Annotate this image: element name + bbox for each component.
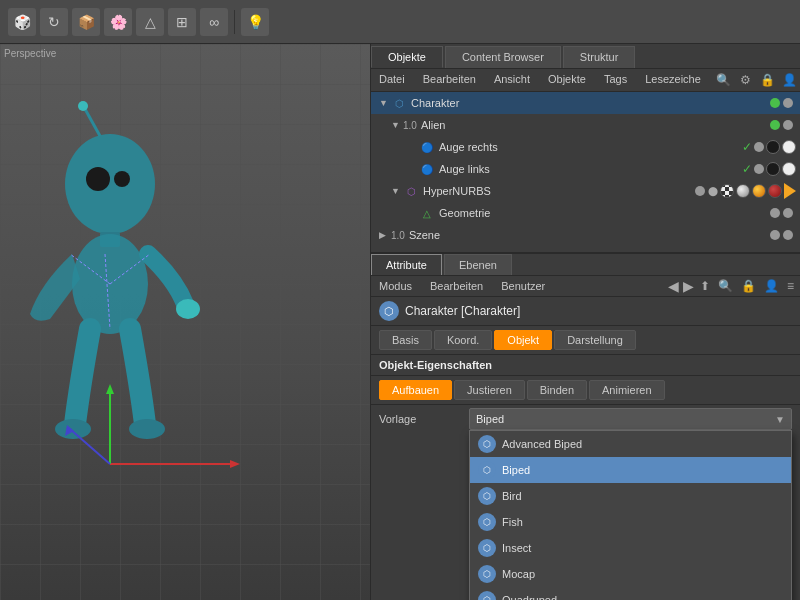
toolbar-light-icon[interactable]: 💡: [241, 8, 269, 36]
dropdown-item-label: Fish: [502, 516, 523, 528]
back-icon[interactable]: ◀: [668, 278, 679, 294]
dropdown-item-label: Quadruped: [502, 594, 557, 600]
tab-objekt[interactable]: Objekt: [494, 330, 552, 350]
toolbar-flower-icon[interactable]: 🌸: [104, 8, 132, 36]
menu-benutzer[interactable]: Benutzer: [497, 278, 549, 294]
expand-arrow[interactable]: ▼: [391, 120, 403, 130]
search-icon[interactable]: 🔍: [715, 71, 733, 89]
quadruped-icon: ⬡: [478, 591, 496, 600]
menu-objekte[interactable]: Objekte: [544, 71, 590, 89]
status-render[interactable]: [783, 230, 793, 240]
material-shiny: [736, 184, 750, 198]
main-layout: Perspective Objekte Content Browser Stru…: [0, 44, 800, 600]
filter-icon[interactable]: ⚙: [737, 71, 755, 89]
list-item[interactable]: ▼ ⬡ Charakter: [371, 92, 800, 114]
material-orange: [752, 184, 766, 198]
material-arrow: [784, 183, 796, 199]
dropdown-item-insect[interactable]: ⬡ Insect: [470, 535, 791, 561]
vorlage-row: Vorlage Biped ▼ ⬡ Advanced Biped ⬡: [371, 405, 800, 433]
toolbar-triangle-icon[interactable]: △: [136, 8, 164, 36]
status-render[interactable]: [754, 142, 764, 152]
menu-attr-bearbeiten[interactable]: Bearbeiten: [426, 278, 487, 294]
toolbar-box-icon[interactable]: 📦: [72, 8, 100, 36]
expand-arrow[interactable]: ▶: [379, 230, 391, 240]
menu-bearbeiten[interactable]: Bearbeiten: [419, 71, 480, 89]
list-item[interactable]: ▼ ⬡ HyperNURBS ⬤: [371, 180, 800, 202]
list-item[interactable]: ▼ 1.0 Alien: [371, 114, 800, 136]
obj-type-icon: ⬡: [391, 95, 407, 111]
vorlage-dropdown[interactable]: Biped ▼: [469, 408, 792, 430]
dropdown-item-label: Biped: [502, 464, 530, 476]
lock-icon[interactable]: 🔒: [741, 279, 756, 293]
tab-struktur[interactable]: Struktur: [563, 46, 636, 68]
toolbar-infinity-icon[interactable]: ∞: [200, 8, 228, 36]
tab-attribute[interactable]: Attribute: [371, 254, 442, 275]
attr-menubar: Modus Bearbeiten Benutzer ◀ ▶ ⬆ 🔍 🔒 👤 ≡: [371, 276, 800, 297]
status-vis[interactable]: [770, 208, 780, 218]
status-render[interactable]: [754, 164, 764, 174]
list-item[interactable]: ▶ 1.0 Szene: [371, 224, 800, 246]
dropdown-item-advanced-biped[interactable]: ⬡ Advanced Biped: [470, 431, 791, 457]
toolbar-cube-icon[interactable]: 🎲: [8, 8, 36, 36]
biped-icon: ⬡: [478, 461, 496, 479]
search-icon[interactable]: 🔍: [718, 279, 733, 293]
tab-justieren[interactable]: Justieren: [454, 380, 525, 400]
status-vis[interactable]: [695, 186, 705, 196]
obj-menubar: Datei Bearbeiten Ansicht Objekte Tags Le…: [371, 69, 800, 92]
obj-name: Geometrie: [439, 207, 770, 219]
lock-icon[interactable]: 🔒: [759, 71, 777, 89]
dropdown-item-biped[interactable]: ⬡ Biped: [470, 457, 791, 483]
toolbar-grid-icon[interactable]: ⊞: [168, 8, 196, 36]
menu-datei[interactable]: Datei: [375, 71, 409, 89]
dropdown-item-quadruped[interactable]: ⬡ Quadruped: [470, 587, 791, 600]
more-icon[interactable]: ≡: [787, 279, 794, 293]
material-checker: [720, 184, 734, 198]
menu-lesezeiche[interactable]: Lesezeiche: [641, 71, 705, 89]
list-item[interactable]: 🔵 Auge rechts ✓: [371, 136, 800, 158]
object-list: ▼ ⬡ Charakter ▼ 1.0 Alien 🔵 Auge recht: [371, 92, 800, 252]
toolbar-sep: [234, 10, 235, 34]
svg-point-9: [129, 419, 165, 439]
tab-basis[interactable]: Basis: [379, 330, 432, 350]
tab-darstellung[interactable]: Darstellung: [554, 330, 636, 350]
dropdown-item-bird[interactable]: ⬡ Bird: [470, 483, 791, 509]
tab-objekte[interactable]: Objekte: [371, 46, 443, 68]
tab-ebenen[interactable]: Ebenen: [444, 254, 512, 275]
status-render[interactable]: [783, 208, 793, 218]
list-item[interactable]: 🔵 Auge links ✓: [371, 158, 800, 180]
material-balls: [720, 183, 796, 199]
color-ball: [766, 140, 780, 154]
toolbar-rotate-icon[interactable]: ↻: [40, 8, 68, 36]
status-active[interactable]: ✓: [742, 162, 752, 176]
tab-koord[interactable]: Koord.: [434, 330, 492, 350]
dropdown-item-mocap[interactable]: ⬡ Mocap: [470, 561, 791, 587]
status-render[interactable]: [783, 98, 793, 108]
tab-content-browser[interactable]: Content Browser: [445, 46, 561, 68]
list-item[interactable]: △ Geometrie: [371, 202, 800, 224]
menu-ansicht[interactable]: Ansicht: [490, 71, 534, 89]
svg-marker-11: [230, 460, 240, 468]
mocap-icon: ⬡: [478, 565, 496, 583]
status-active[interactable]: ✓: [742, 140, 752, 154]
svg-point-2: [114, 171, 130, 187]
expand-arrow[interactable]: ▼: [379, 98, 391, 108]
nav-icon[interactable]: ⬆: [700, 279, 710, 293]
status-vis[interactable]: [770, 98, 780, 108]
viewport-3d[interactable]: Perspective: [0, 44, 370, 600]
status-vis[interactable]: [770, 120, 780, 130]
aufbauen-tabs: Aufbauen Justieren Binden Animieren: [371, 376, 800, 405]
tab-binden[interactable]: Binden: [527, 380, 587, 400]
status-vis[interactable]: [770, 230, 780, 240]
expand-arrow[interactable]: ▼: [391, 186, 403, 196]
tab-animieren[interactable]: Animieren: [589, 380, 665, 400]
vorlage-dropdown-popup: ⬡ Advanced Biped ⬡ Biped ⬡ Bird ⬡: [469, 430, 792, 600]
dropdown-item-fish[interactable]: ⬡ Fish: [470, 509, 791, 535]
status-render[interactable]: [783, 120, 793, 130]
person-icon[interactable]: 👤: [764, 279, 779, 293]
forward-icon[interactable]: ▶: [683, 278, 694, 294]
obj-name: HyperNURBS: [423, 185, 695, 197]
menu-tags[interactable]: Tags: [600, 71, 631, 89]
menu-modus[interactable]: Modus: [375, 278, 416, 294]
tab-aufbauen[interactable]: Aufbauen: [379, 380, 452, 400]
person-icon[interactable]: 👤: [781, 71, 799, 89]
